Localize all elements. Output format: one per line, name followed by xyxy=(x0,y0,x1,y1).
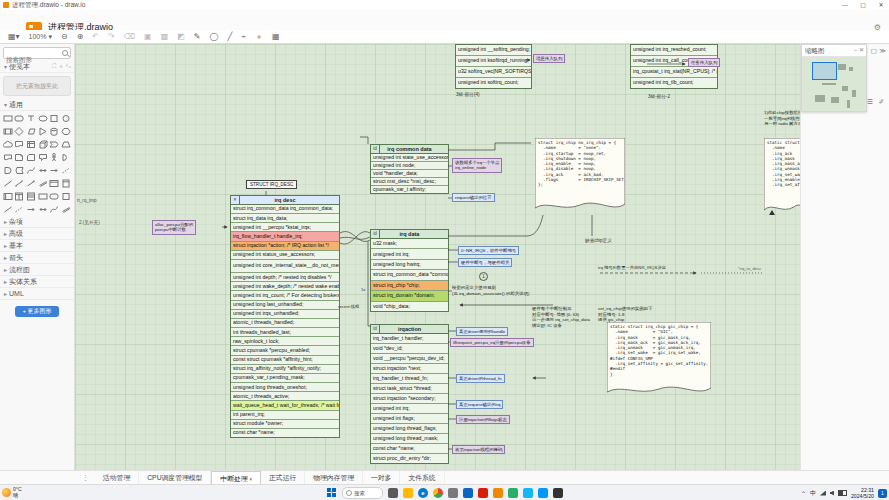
table-row[interactable]: unsigned int irq; xyxy=(371,404,448,414)
table-row[interactable]: struct task_struct *thread; xyxy=(371,384,448,394)
edge-icon[interactable]: e xyxy=(418,488,428,498)
table-row[interactable]: cpumask_var_t pending_mask; xyxy=(231,374,339,383)
pencil-icon[interactable]: ✎ xyxy=(194,31,201,43)
table-row[interactable]: void __percpu *percpu_dev_id; xyxy=(371,354,448,364)
table-row[interactable]: unsigned int __softirq_pending; /* irq *… xyxy=(456,45,531,56)
zoom-out-icon[interactable]: ⊖ xyxy=(61,31,68,43)
zoom-in-icon[interactable]: ⊕ xyxy=(77,31,84,43)
bidirectional-connector-shape[interactable] xyxy=(14,177,25,189)
more-shapes-button[interactable]: + 更多图形 xyxy=(15,306,59,317)
notification-badge[interactable]: 1 xyxy=(878,489,887,498)
table-row[interactable]: struct irqaction *secondary; xyxy=(371,394,448,404)
fill-color-icon[interactable]: ◩ xyxy=(177,31,185,43)
or-shape[interactable] xyxy=(60,151,71,163)
text-nr-irqs[interactable]: irq 编号的数量一共由NR_IRQS决定 xyxy=(598,265,666,270)
page-tab-CPU调度管理模型[interactable]: CPU调度管理模型 xyxy=(139,471,211,484)
table-row[interactable]: unsigned int irq; xyxy=(371,249,448,259)
table-row[interactable]: struct irq_data irq_data; xyxy=(231,214,339,223)
file-explorer-icon[interactable] xyxy=(403,488,413,498)
drawio-icon[interactable] xyxy=(493,488,503,498)
note-shape[interactable] xyxy=(14,151,25,163)
table-row[interactable]: struct cpumask *percpu_enabled; xyxy=(231,346,339,355)
step-shape[interactable] xyxy=(49,138,60,150)
text-1x[interactable]: 1x xyxy=(361,287,365,292)
text-default-chip[interactable]: 缺省chip定义 xyxy=(585,238,612,243)
shape-search-box[interactable] xyxy=(3,47,71,59)
table-row[interactable]: u32 mask; xyxy=(371,239,448,249)
outline-viewport[interactable] xyxy=(812,62,837,80)
diamond-shape[interactable] xyxy=(14,125,25,137)
text-supplement[interactable]: 2.(见补充) xyxy=(79,220,100,225)
table-row[interactable]: struct irq_affinity_notify *affinity_not… xyxy=(231,365,339,374)
label-percpu-dev[interactable]: 由request_percpu_irq注册的percpu设备 xyxy=(450,338,534,347)
delete-icon[interactable]: ⌫ xyxy=(124,31,135,43)
table-row[interactable]: irq_flow_handler_t handle_irq; xyxy=(231,232,339,241)
input-language[interactable]: 中 xyxy=(810,489,816,498)
line-shape[interactable] xyxy=(2,177,13,189)
chrome-icon[interactable] xyxy=(433,488,443,498)
label-request-pos[interactable]: request确定的位置 xyxy=(452,193,495,202)
table-row[interactable]: raw_spinlock_t lock; xyxy=(231,337,339,346)
table-row[interactable]: void *chip_data; xyxy=(371,302,448,311)
table-row[interactable]: irq_cpustat_t irq_stat[NR_CPUS]; /* perc… xyxy=(631,67,717,78)
cloud-shape[interactable] xyxy=(2,138,13,150)
table-row[interactable]: unsigned int status_use_accessors; xyxy=(231,251,339,260)
table-row[interactable]: atomic_t threads_handled; xyxy=(231,319,339,328)
outline-panel[interactable]: 缩略图 − ✕ xyxy=(801,44,867,112)
table-row[interactable]: int parent_irq; xyxy=(231,411,339,420)
label-hw-irq[interactable]: 硬件中断号，与硬件相关 xyxy=(458,258,512,267)
table-row[interactable]: void *handler_data; xyxy=(371,170,448,178)
qq-icon[interactable] xyxy=(523,488,533,498)
text-irq-to-desc[interactable]: *irq_to_desc xyxy=(738,266,761,271)
table-row[interactable]: const char *name; xyxy=(371,444,448,454)
table-row[interactable]: struct msi_desc *msi_desc; xyxy=(371,178,448,186)
callout-shape[interactable] xyxy=(37,151,48,163)
table-row[interactable]: unsigned int irq_resched_count; xyxy=(631,45,717,56)
curve-shape[interactable] xyxy=(25,164,36,176)
ellipse-shape[interactable] xyxy=(37,112,48,124)
trapezoid-shape[interactable] xyxy=(60,138,71,150)
text-rt-rq-tmp[interactable]: rt_rq_tmp xyxy=(77,198,97,203)
music-icon[interactable] xyxy=(478,488,488,498)
table-row[interactable]: struct module *owner; xyxy=(231,420,339,429)
table-row[interactable]: unsigned int ksoftirqd_running; xyxy=(456,56,531,67)
table-row[interactable]: unsigned long last_unhandled; xyxy=(231,301,339,310)
table-row[interactable]: struct proc_dir_entry *dir; xyxy=(371,454,448,463)
label-thread-fn[interactable]: 真正driver的thread_fn xyxy=(456,374,505,383)
table-irq-common-data[interactable]: irq common dataidunsigned int state_use_… xyxy=(370,144,449,194)
table-row[interactable]: struct irqaction *action; /* IRQ action … xyxy=(231,242,339,251)
diagram-canvas[interactable]: STRUCT IRQ_DESC irq desc≡struct irq_comm… xyxy=(75,44,800,470)
table-row[interactable]: unsigned int __percpu *kstat_irqs; xyxy=(231,223,339,232)
table-row[interactable]: unsigned int irqs_unhandled; xyxy=(231,310,339,319)
square-shape[interactable] xyxy=(49,112,60,124)
maximize-button[interactable]: ▢ xyxy=(855,0,871,10)
note-array[interactable]: 1)此处chip按数组排列一般等同irq的线性映射另一种 radix 树方式 xyxy=(764,110,800,127)
cube-shape[interactable] xyxy=(37,138,48,150)
tray-chevron-icon[interactable]: ⌃ xyxy=(801,490,806,497)
format-list-icon[interactable]: ☰ xyxy=(867,98,873,106)
table-row[interactable]: unsigned int wake_depth; /* nested wake … xyxy=(231,282,339,291)
general-section[interactable]: ▾通用 xyxy=(0,99,74,111)
scratchpad-drop-area[interactable]: 把元素拖放至此 xyxy=(3,76,71,96)
sidebar-section-杂项[interactable]: ▸杂项 xyxy=(0,216,74,228)
wechat-icon[interactable] xyxy=(508,488,518,498)
triangle-shape[interactable] xyxy=(37,125,48,137)
sidebar-section-高级[interactable]: ▸高级 xyxy=(0,228,74,240)
scratchpad-icons[interactable]: ⛶ ＋ ✎ xyxy=(52,61,71,72)
to-front-icon[interactable]: ▣ xyxy=(144,31,152,43)
note-hardware[interactable]: 硬件每个中断控制器对应中断号: 范围 (0, 63)这一步调用 irq_set_… xyxy=(532,306,590,329)
struct-tag[interactable]: STRUCT IRQ_DESC xyxy=(246,180,297,189)
text-recent-thread[interactable]: recent 线程 xyxy=(338,304,359,309)
store-icon[interactable] xyxy=(463,488,473,498)
table-row[interactable]: wait_queue_head_t wait_for_threads; /* w… xyxy=(231,401,339,410)
page-tab-正式运行[interactable]: 正式运行 xyxy=(261,471,305,484)
table-row[interactable]: struct irq_domain *domain; xyxy=(371,291,448,301)
square-shape[interactable] xyxy=(60,190,71,202)
process-shape[interactable] xyxy=(2,125,13,137)
bidirectional-arrow-shape[interactable] xyxy=(37,203,48,215)
view-icon[interactable]: ▦▾ xyxy=(8,31,20,43)
tape-shape[interactable] xyxy=(2,151,13,163)
table-row[interactable]: unsigned int softirq_count; xyxy=(456,78,531,88)
table-row[interactable]: unsigned int core_internal_state__do_not… xyxy=(231,260,339,273)
table-irqaction[interactable]: irqactionidirq_handler_t handler;void *d… xyxy=(370,324,449,464)
